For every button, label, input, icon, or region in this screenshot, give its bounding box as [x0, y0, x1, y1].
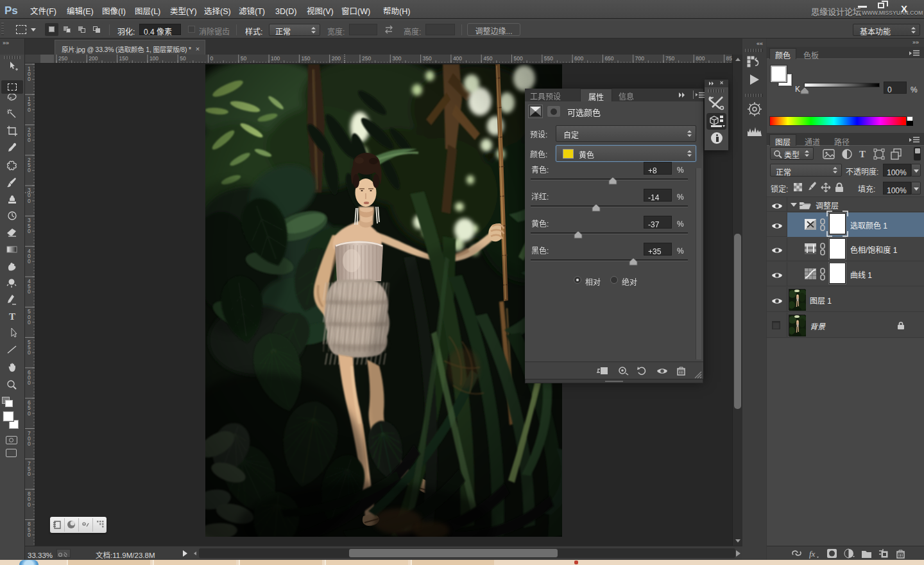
- svg-text:250: 250: [362, 55, 371, 62]
- svg-text:400: 400: [453, 55, 462, 62]
- svg-text:0: 0: [28, 76, 31, 82]
- svg-text:0: 0: [28, 379, 31, 386]
- svg-text:0: 0: [28, 137, 31, 143]
- svg-text:0: 0: [28, 501, 31, 508]
- svg-text:0: 0: [28, 471, 31, 477]
- svg-text:550: 550: [544, 55, 553, 62]
- svg-text:0: 0: [28, 349, 31, 356]
- svg-text:150: 150: [301, 55, 310, 62]
- svg-text:650: 650: [604, 55, 613, 62]
- svg-text:850: 850: [726, 55, 732, 62]
- svg-text:200: 200: [89, 55, 98, 62]
- svg-text:700: 700: [635, 55, 644, 62]
- svg-text:0: 0: [28, 440, 31, 447]
- svg-text:0: 0: [28, 228, 31, 234]
- svg-text:200: 200: [332, 55, 341, 62]
- svg-text:100: 100: [150, 55, 158, 62]
- svg-text:0: 0: [28, 167, 31, 173]
- svg-text:150: 150: [119, 55, 128, 62]
- svg-text:0: 0: [28, 288, 31, 295]
- svg-text:750: 750: [665, 55, 674, 62]
- svg-text:fx: fx: [809, 549, 816, 559]
- svg-text:100: 100: [271, 55, 280, 62]
- svg-text:0: 0: [28, 532, 31, 538]
- svg-text:0: 0: [210, 55, 214, 62]
- svg-text:0: 0: [28, 107, 31, 113]
- svg-text:350: 350: [423, 55, 432, 62]
- svg-text:0: 0: [28, 258, 31, 265]
- svg-text:0: 0: [28, 319, 31, 326]
- svg-text:500: 500: [514, 55, 523, 62]
- svg-text:800: 800: [696, 55, 705, 62]
- svg-text:50: 50: [241, 55, 247, 62]
- svg-text:0: 0: [28, 410, 31, 417]
- svg-text:50: 50: [180, 55, 186, 62]
- svg-text:0: 0: [28, 198, 31, 204]
- svg-text:450: 450: [483, 55, 492, 62]
- svg-text:250: 250: [58, 55, 67, 62]
- svg-text:300: 300: [392, 55, 401, 62]
- svg-text:T: T: [859, 149, 866, 159]
- svg-text:600: 600: [574, 55, 583, 62]
- svg-text:T: T: [9, 311, 15, 322]
